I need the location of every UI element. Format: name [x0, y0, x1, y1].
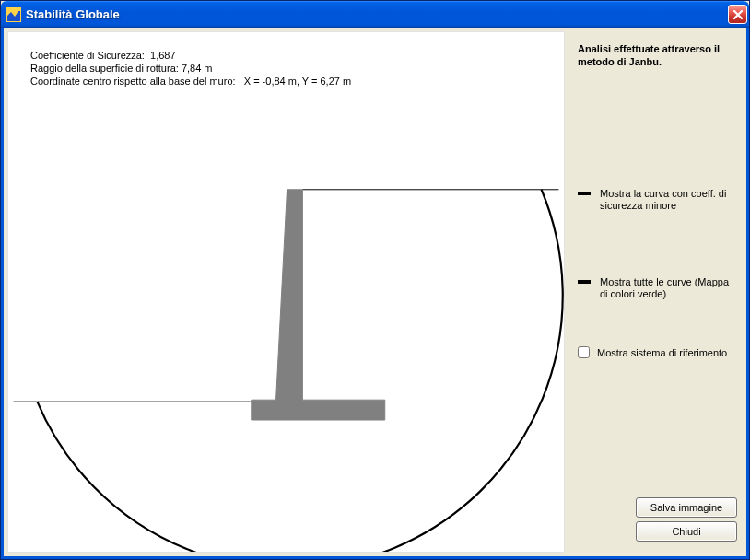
sidebar: Analisi effettuate attraverso il metodo …: [565, 28, 746, 556]
legend-item-min-curve[interactable]: Mostra la curva con coeff. di sicurezza …: [578, 188, 737, 212]
save-image-button[interactable]: Salva immagine: [636, 497, 737, 518]
reference-system-checkbox-row[interactable]: Mostra sistema di riferimento: [578, 346, 737, 358]
legend-swatch-icon: [578, 280, 591, 284]
legend-group-1: Mostra la curva con coeff. di sicurezza …: [578, 188, 737, 221]
app-icon: [6, 7, 21, 22]
analysis-title: Analisi effettuate attraverso il metodo …: [578, 42, 737, 68]
retaining-wall: [252, 190, 385, 420]
legend-item-all-curves[interactable]: Mostra tutte le curve (Mappa di colori v…: [578, 276, 737, 300]
close-icon: [732, 9, 744, 20]
legend-label-2: Mostra tutte le curve (Mappa di colori v…: [600, 276, 737, 300]
legend-swatch-icon: [578, 192, 591, 195]
reference-system-label: Mostra sistema di riferimento: [597, 347, 727, 358]
window-title: Stabilità Globale: [26, 7, 728, 21]
close-dialog-button[interactable]: Chiudi: [636, 521, 737, 542]
titlebar: Stabilità Globale: [1, 1, 749, 28]
diagram-canvas: Coefficiente di Sicurezza: 1,687 Raggio …: [7, 31, 565, 553]
legend-group-2: Mostra tutte le curve (Mappa di colori v…: [578, 276, 737, 309]
reference-system-checkbox[interactable]: [578, 346, 590, 358]
close-button[interactable]: [728, 5, 747, 24]
stability-diagram: [8, 32, 564, 552]
legend-label-1: Mostra la curva con coeff. di sicurezza …: [600, 188, 737, 212]
